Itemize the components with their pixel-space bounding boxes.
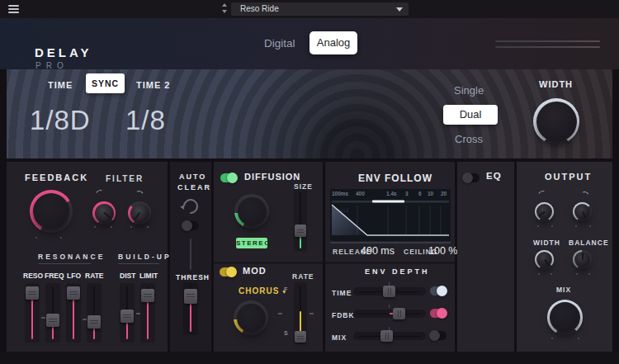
preset-next-icon[interactable] [222, 10, 227, 13]
lfo-slider[interactable] [66, 283, 81, 343]
divider [214, 262, 323, 264]
output-balance-label: BALANCE [569, 239, 609, 247]
mod-rate-slider[interactable] [294, 282, 307, 343]
freq-slider[interactable] [45, 283, 60, 343]
tab-sync[interactable]: SYNC [86, 73, 125, 93]
env-mix-slider[interactable] [353, 332, 426, 340]
output-mix-label: MIX [556, 286, 571, 294]
axis-label: 10 [428, 191, 433, 196]
limit-label: LIMIT [139, 272, 158, 280]
env-depth-title: ENV DEPTH [365, 267, 430, 276]
tab-digital[interactable]: Digital [264, 37, 295, 50]
limit-slider-handle[interactable] [141, 289, 154, 302]
thresh-label: THRESH [176, 273, 210, 281]
thresh-slider[interactable] [183, 282, 198, 335]
tab-time[interactable]: TIME [48, 80, 73, 90]
level-meter-left [495, 40, 600, 42]
fast-marker: F [284, 286, 287, 292]
output-lowcut-knob[interactable] [535, 202, 554, 221]
preset-selector[interactable]: Reso Ride [231, 2, 409, 16]
tab-analog[interactable]: Analog [310, 31, 357, 54]
filter-res-knob[interactable] [128, 201, 151, 225]
limit-slider[interactable] [140, 283, 155, 343]
env-time-handle[interactable] [383, 286, 395, 297]
titlebar: Reso Ride [0, 0, 619, 18]
bottom-bar [0, 352, 619, 364]
reso-label: RESO [23, 272, 43, 280]
size-slider[interactable] [294, 189, 307, 252]
mod-type-dropdown[interactable]: CHORUS ▾ [239, 286, 286, 295]
mod-toggle[interactable] [220, 267, 236, 277]
auto-clear-track [190, 239, 191, 270]
reso-slider-handle[interactable] [26, 286, 39, 300]
graph-scrollbar[interactable] [330, 242, 451, 243]
axis-label: 3 [405, 191, 409, 196]
knob-tick [111, 226, 112, 228]
mod-rate-slider-handle[interactable] [295, 331, 306, 343]
preset-name: Reso Ride [240, 4, 279, 13]
mod-label: MOD [243, 266, 267, 276]
lfo-slider-handle[interactable] [67, 286, 80, 300]
axis-label: 1.4s [386, 191, 397, 196]
diffusion-knob[interactable] [234, 194, 269, 229]
hamburger-menu-icon[interactable] [8, 5, 19, 13]
size-slider-handle[interactable] [295, 225, 306, 237]
preset-prev-icon[interactable] [222, 3, 227, 7]
diffusion-toggle[interactable] [220, 173, 237, 182]
mode-single[interactable]: Single [454, 84, 484, 97]
width-main-knob[interactable] [533, 98, 579, 144]
rate-slider[interactable] [87, 283, 102, 343]
thresh-slider-handle[interactable] [184, 289, 197, 304]
knob-tick [589, 225, 591, 227]
freq-slider-handle[interactable] [46, 314, 59, 327]
env-mix-handle[interactable] [380, 330, 393, 342]
env-fdbk-slider[interactable] [353, 310, 426, 318]
output-width-knob[interactable] [535, 250, 554, 269]
env-time-toggle[interactable] [430, 286, 447, 295]
knob-tick [35, 237, 37, 239]
header: DELAY PRO Digital Analog [0, 18, 619, 69]
center-mark [310, 313, 314, 314]
env-fdbk-handle[interactable] [393, 308, 405, 319]
knob-tick [60, 237, 62, 239]
time-value-left[interactable]: 1/8D [30, 105, 91, 136]
preset-stepper[interactable] [222, 3, 229, 15]
filter-cutoff-knob[interactable] [92, 201, 116, 225]
delay-pro-plugin-window: Reso Ride DELAY PRO Digital Analog TIME … [0, 0, 619, 364]
width-main-label: WIDTH [539, 79, 573, 89]
time-value-right[interactable]: 1/8 [125, 105, 166, 136]
divider [38, 263, 91, 264]
env-fdbk-toggle[interactable] [430, 309, 447, 318]
stereo-badge[interactable]: STEREO [236, 238, 267, 248]
feedback-knob[interactable] [30, 190, 73, 233]
env-follow-title: ENV FOLLOW [358, 173, 432, 184]
env-mix-toggle[interactable] [430, 331, 447, 340]
knob-tick [130, 226, 132, 228]
env-follow-graph[interactable]: 100ms 400 1.4s 3 6 10 20 Input [330, 189, 451, 241]
output-balance-knob[interactable] [573, 250, 592, 269]
rate-slider-handle[interactable] [87, 315, 101, 329]
knob-tick [551, 225, 553, 227]
mod-knob[interactable] [234, 300, 268, 335]
output-highcut-knob[interactable] [573, 202, 592, 221]
dist-slider-handle[interactable] [120, 310, 134, 323]
ceiling-value[interactable]: 100 % [428, 245, 457, 257]
axis-label: 20 [441, 191, 447, 196]
output-width-label: WIDTH [533, 239, 560, 247]
reso-slider[interactable] [25, 283, 40, 343]
mod-rate-label: RATE [292, 272, 314, 281]
mode-dual[interactable]: Dual [443, 105, 498, 125]
tab-time2[interactable]: TIME 2 [136, 80, 170, 90]
eq-toggle[interactable] [463, 173, 480, 182]
mode-cross[interactable]: Cross [455, 133, 483, 145]
output-mix-knob[interactable] [547, 300, 583, 335]
knob-tick [551, 338, 553, 339]
divider [325, 262, 455, 264]
dist-slider[interactable] [120, 283, 135, 343]
knob-tick [576, 273, 578, 275]
axis-label: 100ms [332, 191, 348, 196]
filter-label: FILTER [106, 174, 144, 183]
env-time-slider[interactable] [353, 287, 426, 295]
release-value[interactable]: 490 ms [361, 245, 395, 257]
auto-clear-toggle[interactable] [182, 221, 199, 230]
